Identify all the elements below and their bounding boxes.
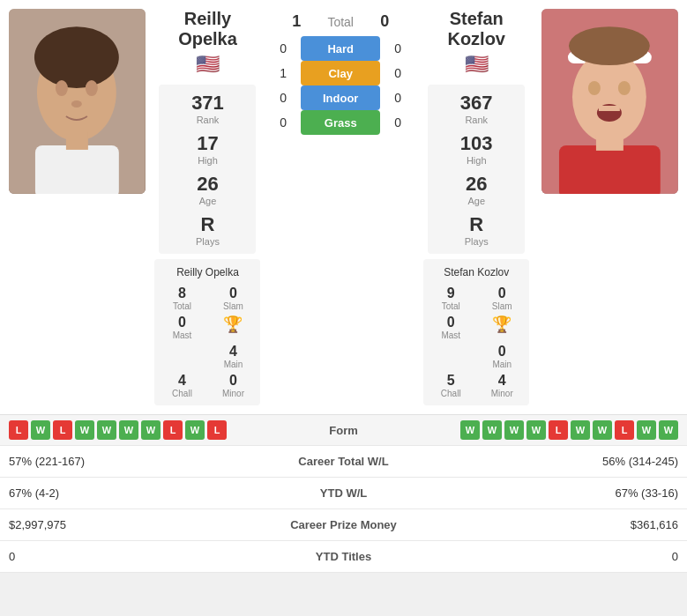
form-badge-right: L	[549, 420, 568, 440]
left-plays-value: R	[196, 213, 220, 236]
left-high-value: 17	[197, 132, 218, 155]
left-slam-stat: 0 Slam	[211, 286, 255, 311]
left-total-value: 8	[160, 286, 204, 301]
form-badge-right: W	[504, 420, 524, 440]
left-trophy-icon: 🏆	[223, 315, 243, 334]
right-age-label: Age	[466, 196, 487, 206]
left-slam-value: 0	[211, 286, 255, 301]
right-form-badges: WWWWLWWLWW	[460, 420, 678, 440]
right-high-label: High	[460, 155, 493, 166]
right-mast-stat: 0 Mast	[429, 315, 473, 340]
right-player-photo-placeholder	[541, 9, 678, 194]
stats-right-value: $361,616	[414, 518, 679, 531]
right-high-value: 103	[460, 132, 493, 155]
left-total-label: Total	[160, 301, 204, 311]
surface-clay-row: 1 Clay 0	[270, 61, 411, 85]
left-rank-value: 371	[191, 92, 224, 115]
left-mast-stat: 0 Mast	[160, 315, 204, 340]
clay-score-left: 1	[274, 66, 292, 80]
total-score-right: 0	[376, 12, 393, 31]
left-main-stat: 4 Main	[211, 344, 255, 369]
form-badge-left: L	[9, 420, 28, 440]
left-player-header: Reilly Opelka 🇺🇸	[153, 9, 263, 79]
svg-rect-18	[596, 135, 624, 151]
right-plays-value: R	[465, 213, 489, 236]
total-score-left: 1	[287, 12, 305, 31]
main-container: Reilly Opelka 🇺🇸 371 Rank 17 High 26 Age	[0, 0, 687, 573]
right-age-stat: 26 Age	[466, 173, 487, 206]
form-badge-left: L	[163, 420, 183, 440]
stats-center-label: YTD W/L	[273, 486, 414, 500]
svg-rect-17	[559, 145, 661, 194]
form-badge-right: W	[593, 420, 612, 440]
form-badge-left: W	[141, 420, 161, 440]
right-player-card-name: Stefan Kozlov	[444, 266, 509, 278]
right-trophy-icon-cell: 🏆	[480, 315, 524, 340]
surface-hard-row: 0 Hard 0	[270, 36, 411, 61]
right-main-value: 0	[480, 344, 524, 360]
grass-score-right: 0	[389, 115, 407, 130]
left-player-flag: 🇺🇸	[196, 53, 220, 76]
svg-rect-7	[66, 132, 88, 150]
stats-left-value: 57% (221-167)	[9, 455, 273, 468]
right-total-value: 9	[429, 286, 473, 301]
left-player-photo	[9, 9, 146, 194]
total-row: 1 Total 0	[270, 12, 411, 31]
svg-point-4	[86, 80, 98, 96]
stats-right-value: 0	[414, 550, 679, 563]
right-total-stat: 9 Total	[429, 286, 473, 311]
right-rank-stat: 367 Rank	[460, 92, 493, 125]
surface-grass-row: 0 Grass 0	[270, 110, 411, 135]
grass-score-left: 0	[274, 115, 292, 130]
form-badge-right: W	[482, 420, 502, 440]
left-minor-stat: 0 Minor	[211, 373, 255, 398]
form-badge-left: W	[119, 420, 138, 440]
right-player-flag: 🇺🇸	[465, 53, 489, 76]
form-badge-right: W	[460, 420, 480, 440]
right-plays-stat: R Plays	[465, 213, 489, 247]
stats-left-value: 67% (4-2)	[9, 486, 273, 500]
left-trophy-icon-cell: 🏆	[211, 315, 255, 340]
hard-surface-btn[interactable]: Hard	[301, 36, 380, 61]
right-total-label: Total	[429, 301, 473, 311]
form-badge-left: L	[207, 420, 227, 440]
indoor-score-left: 0	[274, 91, 292, 105]
stats-row: 0YTD Titles0	[0, 540, 687, 573]
svg-point-12	[569, 26, 650, 65]
indoor-surface-btn[interactable]: Indoor	[301, 85, 380, 110]
left-rank-stat: 371 Rank	[191, 92, 224, 125]
left-main-value: 4	[211, 344, 255, 360]
indoor-score-right: 0	[389, 91, 407, 105]
svg-point-5	[71, 100, 82, 108]
right-slam-stat: 0 Slam	[480, 286, 524, 311]
form-section: LWLWWWWLWL Form WWWWLWWLWW	[0, 414, 687, 445]
right-age-value: 26	[466, 173, 487, 196]
right-slam-value: 0	[480, 286, 524, 301]
svg-rect-6	[35, 145, 119, 194]
right-rank-label: Rank	[460, 115, 493, 125]
clay-score-right: 0	[389, 66, 407, 80]
form-badge-left: W	[185, 420, 205, 440]
svg-point-13	[588, 81, 601, 95]
right-chall-label: Chall	[429, 389, 473, 398]
left-stats-card: 371 Rank 17 High 26 Age R Plays	[159, 85, 256, 254]
left-high-stat: 17 High	[197, 132, 218, 166]
left-plays-label: Plays	[196, 236, 220, 247]
hard-score-left: 0	[274, 41, 292, 56]
form-badge-right: W	[637, 420, 656, 440]
clay-surface-btn[interactable]: Clay	[301, 61, 380, 85]
form-badge-left: W	[31, 420, 50, 440]
left-player-name: Reilly Opelka	[153, 9, 263, 49]
right-chall-stat: 5 Chall	[429, 373, 473, 398]
right-main-label: Main	[480, 360, 524, 369]
stats-left-value: 0	[9, 550, 273, 563]
left-mast-value: 0	[160, 315, 204, 330]
left-player-stats-grid: 8 Total 0 Slam 0 Mast 🏆 4	[160, 286, 255, 398]
grass-surface-btn[interactable]: Grass	[301, 110, 380, 135]
total-label: Total	[314, 15, 367, 29]
right-main-stat: 0 Main	[480, 344, 524, 369]
left-player-photo-placeholder	[9, 9, 146, 194]
left-age-value: 26	[197, 173, 218, 196]
right-player-name: Stefan Kozlov	[418, 9, 534, 49]
right-mast-label: Mast	[429, 330, 473, 340]
